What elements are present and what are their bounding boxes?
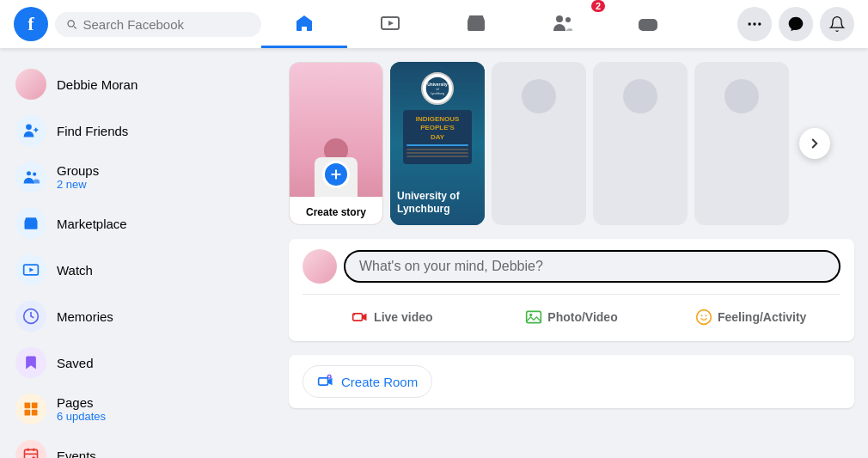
sidebar-item-pages[interactable]: Pages 6 updates [7, 387, 268, 431]
main-content: Create story UniversityofLynchburg INDIG… [275, 48, 868, 458]
story-placeholder-3[interactable] [694, 62, 789, 225]
sidebar-item-watch[interactable]: Watch [7, 247, 268, 292]
notifications-button[interactable] [820, 7, 854, 41]
saved-label: Saved [57, 356, 94, 370]
create-room-button[interactable]: Create Room [303, 365, 432, 398]
photo-video-button[interactable]: Photo/Video [482, 303, 662, 331]
find-friends-label: Find Friends [57, 124, 128, 138]
marketplace-label: Marketplace [57, 217, 127, 231]
feeling-activity-label: Feeling/Activity [718, 310, 806, 324]
svg-point-2 [472, 23, 475, 27]
marketplace-icon [15, 208, 46, 239]
sidebar-item-groups[interactable]: Groups 2 new [7, 155, 268, 199]
sidebar-item-user[interactable]: Debbie Moran [7, 62, 268, 107]
sidebar: Debbie Moran Find Friends Groups 2 new M… [0, 48, 275, 458]
stories-next-button[interactable] [799, 128, 830, 159]
post-input-placeholder: What's on your mind, Debbie? [359, 259, 543, 273]
top-navigation: f 2 [0, 0, 868, 48]
svg-point-44 [697, 310, 712, 325]
watch-icon [15, 254, 46, 285]
svg-point-3 [477, 23, 480, 27]
sidebar-item-saved[interactable]: Saved [7, 340, 268, 385]
topnav-right [691, 7, 854, 41]
search-icon [65, 17, 77, 31]
nav-marketplace-button[interactable] [433, 0, 519, 48]
svg-point-4 [556, 15, 563, 22]
create-story-bottom: Create story [290, 197, 382, 224]
messenger-button[interactable] [779, 7, 813, 41]
svg-point-16 [32, 223, 34, 226]
svg-marker-18 [29, 268, 34, 272]
svg-rect-42 [527, 311, 541, 322]
create-story-label: Create story [306, 206, 366, 218]
svg-point-9 [758, 22, 761, 25]
live-video-label: Live video [374, 310, 432, 324]
svg-point-45 [700, 314, 702, 316]
events-icon: ★ [15, 440, 46, 458]
user-avatar [15, 69, 46, 100]
sidebar-item-marketplace[interactable]: Marketplace [7, 201, 268, 246]
svg-point-7 [749, 22, 751, 25]
story-placeholder-2[interactable] [593, 62, 688, 225]
svg-point-41 [354, 314, 356, 316]
post-input-field[interactable]: What's on your mind, Debbie? [344, 250, 840, 283]
story-placeholder-1[interactable] [492, 62, 586, 225]
sidebar-item-find-friends[interactable]: Find Friends [7, 108, 268, 153]
nav-home-button[interactable] [261, 0, 347, 48]
topnav-left: f [14, 7, 261, 41]
svg-text:★: ★ [31, 455, 36, 458]
svg-point-14 [33, 173, 36, 176]
post-actions: Live video Photo/Video Feeling/Activity [303, 294, 840, 331]
pages-label: Pages [57, 395, 106, 410]
svg-text:Lynchburg: Lynchburg [431, 92, 444, 95]
svg-point-46 [705, 314, 706, 316]
post-input-row: What's on your mind, Debbie? [303, 249, 840, 284]
menu-button[interactable] [737, 7, 772, 41]
post-user-avatar [303, 249, 337, 284]
groups-label: Groups [57, 163, 99, 178]
svg-point-15 [28, 223, 30, 226]
lynchburg-story-label: University of Lynchburg [397, 190, 478, 217]
sidebar-item-events[interactable]: ★ Events [7, 433, 268, 458]
topnav-center: 2 [261, 0, 691, 48]
svg-rect-6 [639, 20, 657, 30]
create-room-label: Create Room [341, 375, 418, 389]
lynchburg-logo: UniversityofLynchburg [421, 72, 454, 105]
feeling-activity-button[interactable]: Feeling/Activity [661, 303, 840, 331]
saved-icon [15, 347, 46, 378]
memories-icon [15, 301, 46, 332]
create-room-box: Create Room [289, 355, 854, 408]
svg-point-8 [753, 22, 755, 25]
groups-sublabel: 2 new [57, 178, 99, 191]
live-video-button[interactable]: Live video [303, 303, 482, 331]
svg-rect-47 [319, 378, 328, 385]
svg-text:University: University [427, 82, 448, 87]
svg-rect-20 [25, 403, 31, 409]
svg-rect-23 [32, 410, 38, 416]
search-bar[interactable] [55, 12, 261, 37]
story-card-lynchburg[interactable]: UniversityofLynchburg INDIGENOUSPEOPLE'S… [390, 62, 485, 225]
user-name-label: Debbie Moran [57, 77, 138, 92]
create-story-card[interactable]: Create story [289, 62, 383, 225]
photo-video-label: Photo/Video [547, 310, 617, 324]
svg-rect-22 [25, 410, 31, 416]
pages-icon [15, 394, 46, 424]
nav-watch-button[interactable] [347, 0, 433, 48]
nav-friends-button[interactable]: 2 [519, 0, 605, 48]
sidebar-item-memories[interactable]: Memories [7, 294, 268, 339]
friends-badge: 2 [590, 0, 607, 14]
find-friends-icon [15, 115, 46, 146]
facebook-logo[interactable]: f [14, 7, 48, 41]
groups-icon [15, 162, 46, 192]
search-input[interactable] [83, 17, 251, 32]
svg-point-10 [26, 125, 32, 131]
memories-label: Memories [57, 309, 113, 324]
post-box: What's on your mind, Debbie? Live video … [289, 239, 854, 341]
create-story-plus-btn[interactable] [322, 161, 350, 188]
svg-point-43 [529, 314, 532, 316]
svg-point-13 [27, 171, 31, 175]
pages-sublabel: 6 updates [57, 410, 106, 423]
stories-row: Create story UniversityofLynchburg INDIG… [289, 62, 854, 225]
nav-gaming-button[interactable] [605, 0, 691, 48]
events-label: Events [57, 449, 96, 459]
